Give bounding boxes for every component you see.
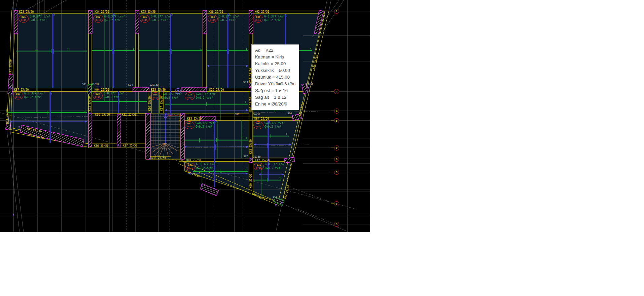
slab-label-d28: D28d=15 G=0.377 t/m²Q=0.2 t/m² [150, 92, 182, 100]
beam-label-k38: K38 25/50 [151, 157, 166, 160]
beam-label-k32: K32 25/50 [122, 113, 136, 116]
node-label-s10: S10 [273, 196, 277, 199]
beam-property-tooltip: Ad = K22 Katman = Kiriş Kalınlık = 25.00… [251, 44, 299, 110]
beam-label-k05: K05 25/50 [151, 88, 166, 91]
slab-label-d27: D27d=15 G=0.377 t/m²Q=0.2 t/m² [13, 92, 45, 99]
slab-label-d26: D26d=15 G=0.377 t/m²Q=0.2 t/m² [19, 15, 50, 23]
node-label-6065: 60/65 [306, 83, 314, 85]
axis-bubble-6: 6 [334, 201, 339, 206]
beam-label-k04: K04 25/50 [95, 88, 109, 91]
node-label-s03: S03 [243, 81, 248, 84]
slab-bubble: D20d=15 [93, 92, 103, 99]
dim-mark: 1 [245, 169, 246, 171]
slab-label-d03: D03d=15 G=0.377 t/m²Q=0.2 t/m² [208, 15, 239, 23]
node-label-s04: S04 [128, 84, 133, 86]
dim-mark: 2 [286, 15, 287, 17]
axis-bubble-4: 4 [334, 109, 339, 114]
axis-bubble-1: 1 [334, 9, 339, 14]
node-label-s06: S06 [287, 112, 292, 115]
dim-mark: 1 [246, 137, 247, 140]
beam-label-k26: K26 25/50 [209, 10, 223, 13]
beam-label-k42: K42 25/50 [9, 59, 12, 74]
tooltip-line: Duvar Yükü=0.6 tf/m [255, 81, 295, 87]
beam-label-k83: K83 25/50 [187, 117, 202, 120]
tooltip-line: Sağ üst = 1 ø 16 [255, 87, 295, 94]
beam-label-k84: K84 25/50 [254, 117, 269, 120]
slab-bubble: D24d=15 [185, 92, 195, 100]
dim-mark: 2 [228, 14, 230, 16]
node-label-s07: S07 [243, 155, 248, 158]
slab-label-d32: D32d=15 G=0.377 t/m²Q=0.2 t/m² [184, 121, 216, 129]
tooltip-line: Katman = Kiriş [255, 54, 295, 60]
tooltip-line: Ad = K22 [255, 47, 295, 54]
slab-label-d20: D20d=15 G=0.377 t/m²Q=0.2 t/m² [93, 92, 124, 99]
beam-label-k24: K24 25/50 [95, 10, 109, 13]
beam-label-k45: K45 25/50 [249, 139, 252, 154]
cad-drawing [0, 0, 370, 232]
axis-bubble-9: 9 [334, 170, 339, 175]
axis-bubble-7: 7 [334, 145, 339, 151]
dim-mark: 1 [279, 177, 281, 180]
dim-mark: 1 [133, 48, 134, 50]
beam-label-k12: K12 25/50 [255, 159, 270, 162]
tooltip-line: Sağ alt = 1 ø 12 [255, 94, 295, 101]
node-label-12530: 125/30 [149, 84, 158, 86]
tooltip-line: Enine = Ø8/20/9 [255, 101, 295, 108]
dim-mark: 2 [51, 93, 52, 96]
beam-label-k92: K92 25/50 [255, 10, 269, 13]
slab-label-d33: D33d=15 G=0.377 t/m²Q=0.2 t/m² [185, 163, 217, 170]
beam-label-k41: K41 25/50 [5, 109, 9, 124]
node-label-3060: 30/60 [91, 83, 99, 86]
slab-bubble: D34d=15 [253, 15, 263, 23]
dim-mark: 2 [215, 121, 217, 124]
beam-label-k36: K36 25/50 [94, 144, 108, 147]
beam-label-k90: K90 25/50 [249, 174, 252, 188]
axis-bubble-5: 5 [334, 118, 339, 123]
stair-note: merdiven kolu [168, 114, 184, 117]
slab-bubble: D26d=15 [19, 15, 29, 23]
dim-mark: 1 [200, 48, 202, 50]
cad-canvas[interactable]: K23 25/50 K24 25/50 K25 25/50 K26 25/50 … [0, 0, 370, 232]
dim-mark: 1 [310, 48, 311, 50]
slab-bubble: D23d=15 [253, 121, 263, 129]
slab-bubble: D27d=15 [13, 92, 23, 99]
beam-label-k06: K06 25/50 [95, 113, 110, 116]
beam-label-k25: K25 25/50 [141, 10, 155, 13]
beam-label-k29: K29 25/50 [209, 88, 224, 91]
slab-bubble: D28d=15 [150, 92, 160, 100]
dim-mark: 1 [286, 133, 287, 136]
slab-bubble: D32d=15 [184, 121, 194, 129]
node-label-s05: S05 [235, 113, 240, 116]
tooltip-line: Yükseklik = 50.00 [255, 67, 295, 74]
axis-bubble-3: 3 [334, 222, 339, 227]
slab-label-d31: D31d=15 G=0.377 t/m²Q=0.2 t/m² [254, 163, 285, 170]
node-label-3030: 30/30 [253, 156, 261, 158]
slab-label-d02: D02d=15 G=0.377 t/m²Q=0.2 t/m² [93, 15, 125, 23]
beam-label-k91: K91 25/50 [186, 159, 201, 162]
slab-label-d16: D16d=15 G=0.377 t/m²Q=0.2 t/m² [140, 15, 171, 23]
slab-label-d34: D34d=15 G=0.377 t/m²Q=0.2 t/m² [253, 15, 285, 23]
tooltip-line: Kalınlık = 25.00 [255, 60, 295, 67]
beam-label-k37: K37 25/50 [123, 144, 137, 147]
dim-mark: 2 [114, 14, 115, 16]
dim-mark: 2 [171, 14, 173, 16]
axis-bubble-2: 2 [334, 89, 339, 94]
node-label-s11: S11 [82, 83, 87, 86]
beam-label-k02: K02 25/50 [88, 96, 91, 111]
dim-mark: 1 [67, 48, 69, 51]
page: K23 25/50 K24 25/50 K25 25/50 K26 25/50 … [0, 0, 644, 296]
dim-mark: 1 [245, 101, 246, 104]
dim-mark: 1 [84, 110, 85, 112]
beam-label-k87: K87 25/50 [14, 88, 29, 91]
slab-label-d24: D24d=15 G=0.377 t/m²Q=0.2 t/m² [185, 92, 216, 100]
slab-bubble: D16d=15 [140, 15, 150, 23]
slab-bubble: D31d=15 [254, 163, 264, 170]
dim-mark: 2 [269, 121, 270, 124]
beam-label-k23: K23 25/50 [19, 10, 34, 13]
dim-mark: 2 [53, 14, 55, 16]
axis-bubble-8: 8 [334, 157, 339, 162]
slab-bubble: D33d=15 [185, 163, 195, 170]
slab-bubble: D03d=15 [208, 15, 218, 23]
slab-bubble: D02d=15 [93, 15, 103, 23]
tooltip-line: Uzunluk = 415.00 [255, 74, 295, 81]
